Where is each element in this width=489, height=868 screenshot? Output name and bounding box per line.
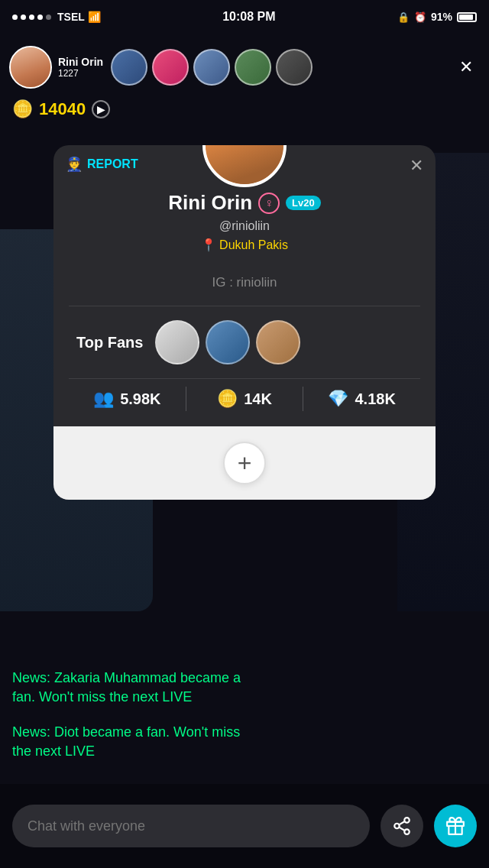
followers-value: 5.98K	[120, 390, 160, 408]
fan-avatar-1	[155, 320, 199, 364]
status-right: 🔒 ⏰ 91%	[397, 11, 477, 23]
chat-input[interactable]	[12, 805, 370, 847]
battery-percent: 91%	[431, 11, 452, 23]
host-avatar	[9, 46, 52, 89]
profile-modal: 👮 REPORT ✕ Rini Orin ♀ Lv20 @rinioliin 📍…	[53, 145, 436, 500]
viewer-row: Rini Orin 1227 ✕	[0, 37, 489, 98]
battery-fill	[459, 15, 473, 20]
battery-bar	[457, 12, 477, 22]
status-bar: TSEL 📶 10:08 PM 🔒 ⏰ 91%	[0, 0, 489, 34]
top-fans-label: Top Fans	[76, 334, 143, 351]
svg-line-4	[399, 821, 404, 824]
signal-dots	[12, 15, 51, 20]
stat-diamonds: 💎 4.18K	[303, 389, 420, 409]
follow-button[interactable]: +	[223, 442, 266, 484]
svg-line-3	[399, 828, 404, 831]
share-button[interactable]	[381, 805, 423, 847]
viewer-avatar-2	[152, 49, 189, 86]
host-viewer-count: 1227	[58, 68, 103, 79]
report-button[interactable]: 👮 REPORT	[66, 156, 138, 173]
viewer-avatar-4	[235, 49, 271, 86]
news-item-1: News: Zakaria Muhammad became a fan. Won…	[12, 669, 248, 707]
viewer-avatar-5	[276, 49, 313, 86]
diamonds-value: 4.18K	[355, 390, 395, 408]
followers-icon: 👥	[93, 389, 114, 409]
profile-ig: IG : rinioliin	[53, 275, 436, 290]
stream-close-button[interactable]: ✕	[452, 53, 480, 81]
gift-button[interactable]	[434, 805, 477, 847]
stats-row: 👥 5.98K 🪙 14K 💎 4.18K	[53, 379, 436, 426]
location-text: Dukuh Pakis	[219, 238, 288, 252]
coins-icon: 🪙	[217, 389, 238, 409]
news-feed: News: Zakaria Muhammad became a fan. Won…	[0, 669, 260, 776]
modal-close-button[interactable]: ✕	[410, 156, 423, 176]
top-fans-row: Top Fans	[53, 306, 436, 378]
coin-arrow-button[interactable]: ▶	[92, 100, 110, 118]
carrier-label: TSEL	[57, 11, 85, 23]
share-icon	[392, 816, 412, 836]
status-left: TSEL 📶	[12, 11, 101, 23]
host-info: Rini Orin 1227	[9, 46, 103, 89]
news-item-2: News: Diot became a fan. Won't miss the …	[12, 723, 248, 761]
report-label: REPORT	[87, 157, 138, 171]
lock-icon: 🔒	[397, 11, 410, 23]
viewer-avatars	[111, 49, 445, 86]
wifi-icon: 📶	[88, 11, 101, 23]
profile-handle: @rinioliin	[69, 219, 420, 233]
bottom-bar	[0, 784, 489, 868]
clock: 10:08 PM	[222, 10, 275, 24]
coin-amount: 14040	[39, 99, 86, 119]
gift-icon	[445, 816, 465, 836]
gender-icon: ♀	[258, 193, 280, 214]
host-name: Rini Orin	[58, 56, 103, 68]
alarm-icon: ⏰	[414, 11, 426, 23]
location-pin-icon: 📍	[201, 238, 216, 252]
fan-avatar-3	[256, 320, 300, 364]
profile-name-area: Rini Orin ♀ Lv20 @rinioliin 📍 Dukuh Paki…	[53, 191, 436, 252]
fans-avatars	[155, 320, 300, 364]
profile-name-row: Rini Orin ♀ Lv20	[69, 191, 420, 215]
host-text: Rini Orin 1227	[58, 56, 103, 79]
follow-area: +	[53, 426, 436, 500]
diamond-icon: 💎	[328, 389, 348, 409]
profile-name: Rini Orin	[168, 191, 252, 215]
coin-icon: 🪙	[12, 99, 33, 119]
stat-coins: 🪙 14K	[186, 389, 303, 409]
level-badge: Lv20	[286, 196, 321, 210]
stat-followers: 👥 5.98K	[69, 389, 186, 409]
fan-avatar-2	[206, 320, 250, 364]
follow-plus-icon: +	[238, 449, 252, 478]
report-icon: 👮	[66, 156, 83, 173]
viewer-avatar-3	[193, 49, 230, 86]
coins-value: 14K	[244, 390, 272, 408]
profile-location: 📍 Dukuh Pakis	[69, 238, 420, 252]
viewer-avatar-1	[111, 49, 147, 86]
coin-row: 🪙 14040 ▶	[12, 99, 110, 119]
